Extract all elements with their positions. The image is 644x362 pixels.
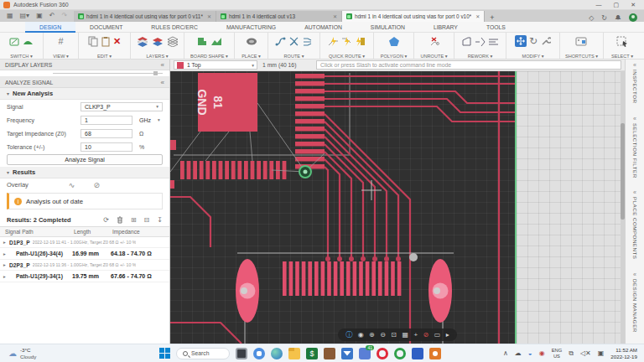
start-button[interactable] bbox=[159, 348, 170, 359]
ribbon-quick-route[interactable]: QUICK ROUTE ▾ bbox=[320, 33, 374, 59]
cursor-mode-icon[interactable]: ▸ bbox=[446, 328, 449, 341]
mail-app-icon[interactable] bbox=[341, 348, 353, 359]
ribbon-shortcuts[interactable]: SHORTCUTS ▾ bbox=[560, 33, 604, 59]
tolerance-input[interactable]: 10 bbox=[80, 142, 132, 152]
file-new-icon[interactable]: ▤▾ bbox=[20, 10, 30, 22]
green-app-icon[interactable] bbox=[394, 348, 406, 359]
menu-rules-drc-erc[interactable]: RULES DRC/ERC bbox=[137, 22, 212, 33]
table-row-signal-group[interactable]: ▸ D1P3_P 2022-12-19 11:41 - 1.00GHz, Tar… bbox=[0, 237, 169, 248]
menu-library[interactable]: LIBRARY bbox=[419, 22, 472, 33]
zoom-fit-icon[interactable]: ⊡ bbox=[391, 328, 397, 341]
canvas-outside-board[interactable] bbox=[515, 71, 625, 344]
grid-settings-icon[interactable]: ▦ bbox=[402, 328, 409, 341]
ribbon-polygon[interactable]: POLYGON ▾ bbox=[374, 33, 414, 59]
notification-bell-icon[interactable]: 🔔︎ bbox=[615, 14, 621, 22]
table-row-signal-group[interactable]: ▸ D2P3_P 2022-12-19 11:36 - 1.00GHz, Tar… bbox=[0, 260, 169, 271]
analyze-signal-header[interactable]: ANALYZE SIGNAL « bbox=[0, 77, 169, 88]
expander-icon[interactable]: ▸ bbox=[3, 240, 9, 245]
menu-automation[interactable]: AUTOMATION bbox=[290, 22, 356, 33]
save-icon[interactable]: ▣ bbox=[36, 10, 43, 22]
volume-muted-icon[interactable]: ◁✕ bbox=[580, 349, 591, 357]
frequency-unit-select[interactable]: GHz ▾ bbox=[139, 117, 160, 123]
collapse-icon[interactable]: « bbox=[161, 79, 164, 86]
orange-app-icon[interactable] bbox=[429, 348, 441, 359]
results-section[interactable]: ▾ Results bbox=[0, 167, 169, 178]
stop-icon[interactable]: ⊘ bbox=[423, 328, 429, 341]
file-explorer-icon[interactable] bbox=[288, 348, 300, 359]
undo-icon[interactable]: ↶ bbox=[49, 10, 55, 22]
expander-icon[interactable]: ▸ bbox=[3, 262, 9, 267]
job-status-icon[interactable]: ↻ bbox=[601, 14, 607, 22]
frequency-input[interactable]: 1 bbox=[80, 116, 132, 125]
doc-tab-1[interactable]: hdmi 1 in 4 identical out using vias for… bbox=[74, 11, 216, 22]
impedance-input[interactable]: 68 bbox=[80, 129, 132, 138]
ribbon-edit[interactable]: ✕ EDIT ▾ bbox=[79, 33, 131, 59]
ribbon-unroute[interactable]: UNROUTE ▾ bbox=[414, 33, 454, 59]
delete-results-icon[interactable] bbox=[117, 216, 123, 224]
zoom-in-icon[interactable]: ⊕ bbox=[369, 328, 375, 341]
visibility-icon[interactable]: ◉ bbox=[358, 328, 364, 341]
export-results-icon[interactable]: ↧ bbox=[157, 216, 163, 224]
menu-design[interactable]: DESIGN bbox=[25, 22, 75, 33]
ribbon-modify[interactable]: ↻ MODIFY ▾ bbox=[506, 33, 560, 59]
edge-browser-icon[interactable] bbox=[271, 348, 283, 359]
layer-select[interactable]: 1 Top ▾ bbox=[174, 60, 257, 70]
ribbon-view[interactable]: # VIEW ▾ bbox=[44, 33, 79, 59]
refresh-results-icon[interactable]: ⟳ bbox=[103, 216, 109, 224]
menu-simulation[interactable]: SIMULATION bbox=[356, 22, 419, 33]
ribbon-select[interactable]: SELECT ▾ bbox=[604, 33, 641, 59]
teams-chat-icon[interactable]: 41 bbox=[359, 348, 371, 359]
redo-icon[interactable]: ↷ bbox=[61, 10, 67, 22]
pcb-canvas[interactable]: 81 GND bbox=[170, 71, 515, 344]
signal-select[interactable]: CLKP3_P ▾ bbox=[80, 102, 163, 111]
ribbon-route[interactable]: ROUTE ▾ bbox=[268, 33, 320, 59]
people-icon[interactable]: ◉ bbox=[539, 349, 545, 357]
command-line-input[interactable] bbox=[316, 60, 621, 70]
onedrive-icon[interactable]: ☁ bbox=[515, 349, 522, 357]
headset-icon[interactable]: ◒ bbox=[528, 349, 532, 357]
collapse-icon[interactable]: « bbox=[161, 61, 164, 69]
cast-icon[interactable]: ⧉ bbox=[569, 349, 574, 358]
collapse-all-icon[interactable]: ⊟ bbox=[144, 216, 150, 224]
extensions-icon[interactable]: ◇ bbox=[589, 14, 594, 22]
language-indicator[interactable]: ENG US bbox=[552, 348, 563, 359]
expand-all-icon[interactable]: ⊞ bbox=[131, 216, 137, 224]
overlay-waveform-icon[interactable]: ∿ bbox=[69, 181, 75, 189]
taskbar-clock[interactable]: 11:52 AM 2022-12-19 bbox=[610, 347, 637, 359]
app-grid-icon[interactable]: ▦ bbox=[7, 10, 13, 22]
overlay-none-icon[interactable]: ⊘ bbox=[93, 181, 100, 189]
outlook-app-icon[interactable] bbox=[412, 348, 423, 359]
display-layers-header[interactable]: DISPLAY LAYERS « bbox=[0, 59, 169, 70]
analyze-signal-button[interactable]: Analyze Signal bbox=[7, 154, 163, 165]
tab-selection-filter[interactable]: « SELECTION FILTER bbox=[632, 116, 638, 178]
table-row-path[interactable]: ▸ Path-U1(29)-34(1) 19.75 mm 67.66 - 74.… bbox=[0, 271, 169, 282]
zoom-out-icon[interactable]: ⊖ bbox=[380, 328, 386, 341]
tab-inspector[interactable]: « INSPECTOR bbox=[632, 62, 638, 104]
selection-box-icon[interactable]: ▭ bbox=[434, 328, 441, 341]
finance-app-icon[interactable]: $ bbox=[306, 348, 318, 359]
tab-close-icon[interactable]: ✕ bbox=[331, 13, 337, 19]
ribbon-board-shape[interactable]: BOARD SHAPE ▾ bbox=[184, 33, 235, 59]
maximize-button[interactable]: ▢ bbox=[614, 2, 620, 8]
tab-place-components[interactable]: « PLACE COMPONENTS bbox=[632, 189, 638, 259]
expander-icon[interactable]: ▸ bbox=[3, 251, 9, 256]
tab-close-icon[interactable]: ✕ bbox=[205, 13, 211, 19]
crosshair-icon[interactable]: + bbox=[414, 328, 418, 341]
close-button[interactable]: ✕ bbox=[631, 2, 636, 8]
doc-tab-2[interactable]: hdmi 1 in 4 identical out v13 ✕ bbox=[216, 11, 342, 22]
wallet-app-icon[interactable] bbox=[324, 348, 335, 359]
menu-tools[interactable]: TOOLS bbox=[472, 22, 520, 33]
tab-close-icon[interactable]: ✕ bbox=[474, 13, 480, 19]
minimize-button[interactable]: — bbox=[596, 2, 602, 8]
task-view-icon[interactable] bbox=[236, 348, 247, 359]
ribbon-rework[interactable]: REWORK ▾ bbox=[454, 33, 506, 59]
menu-manufacturing[interactable]: MANUFACTURING bbox=[212, 22, 290, 33]
taskbar-search[interactable]: Search bbox=[176, 348, 230, 359]
canvas-scrollbar[interactable] bbox=[621, 71, 625, 344]
ribbon-layers[interactable]: LAYERS ▾ bbox=[131, 33, 184, 59]
info-icon[interactable]: ⓘ bbox=[345, 328, 352, 341]
selected-via[interactable] bbox=[299, 166, 311, 178]
camera-icon[interactable]: ▣ bbox=[598, 349, 605, 357]
layer-opacity-slider[interactable] bbox=[53, 73, 163, 74]
expander-icon[interactable]: ▸ bbox=[3, 274, 9, 279]
